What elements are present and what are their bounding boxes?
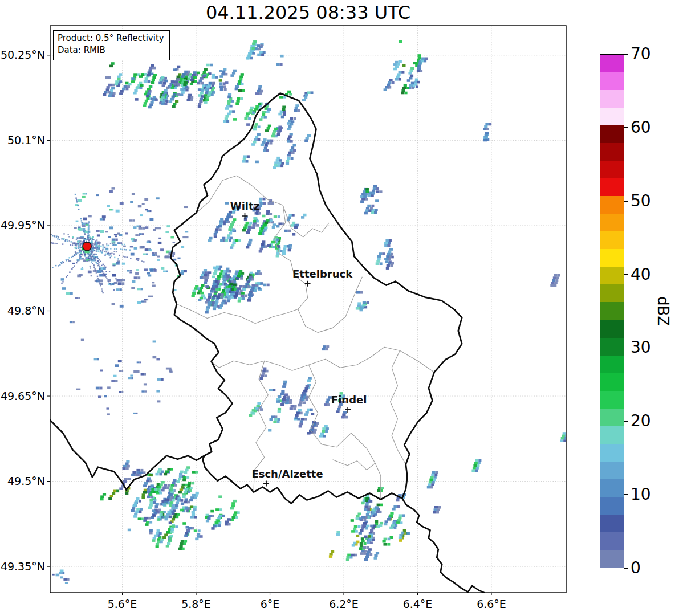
canton-boundary bbox=[333, 460, 376, 470]
colorbar-tick-mark bbox=[624, 568, 628, 569]
x-tick-label: 5.6°E bbox=[108, 598, 137, 610]
colorbar-segment bbox=[600, 550, 624, 568]
y-tick-label: 49.35°N bbox=[1, 560, 45, 573]
colorbar-tick-mark bbox=[624, 127, 628, 128]
colorbar-segment bbox=[600, 356, 624, 373]
colorbar-segment bbox=[600, 444, 624, 462]
colorbar-segment bbox=[600, 497, 624, 515]
colorbar-tick-mark bbox=[624, 494, 628, 495]
colorbar-tick-mark bbox=[624, 201, 628, 202]
radar-figure: 04.11.2025 08:33 UTC 5.6°E5.8°E6°E6.2°E6… bbox=[0, 0, 675, 616]
colorbar-tick-label: 10 bbox=[631, 485, 651, 504]
colorbar-tick-label: 50 bbox=[631, 191, 651, 211]
canton-boundary bbox=[177, 304, 298, 324]
canton-boundary bbox=[391, 350, 406, 464]
x-tick-label: 5.8°E bbox=[181, 598, 211, 610]
colorbar-segment bbox=[600, 515, 624, 532]
city-label: Findel bbox=[331, 394, 367, 406]
colorbar-tick-label: 20 bbox=[631, 411, 651, 431]
colorbar-tick-mark bbox=[624, 274, 628, 275]
colorbar-segment bbox=[600, 267, 624, 284]
colorbar-segment bbox=[600, 532, 624, 550]
radar-site-marker bbox=[83, 242, 91, 251]
colorbar-tick-label: 0 bbox=[631, 558, 641, 578]
colorbar-segment bbox=[600, 90, 624, 108]
colorbar-segment bbox=[600, 249, 624, 267]
colorbar-tick-mark bbox=[624, 348, 628, 349]
colorbar-segment bbox=[600, 426, 624, 444]
colorbar-segment bbox=[600, 196, 624, 214]
colorbar-tick-label: 70 bbox=[631, 44, 651, 64]
colorbar-tick-mark bbox=[624, 54, 628, 55]
colorbar-segment bbox=[600, 338, 624, 356]
x-tick-label: 6.4°E bbox=[403, 598, 433, 610]
y-tick-label: 50.1°N bbox=[7, 134, 45, 146]
plot-frame bbox=[50, 26, 566, 593]
city-label: Wiltz bbox=[230, 200, 259, 212]
colorbar-segment bbox=[600, 143, 624, 161]
y-tick-label: 49.95°N bbox=[1, 219, 45, 231]
radar-echo-layer bbox=[35, 40, 569, 584]
colorbar-segment bbox=[600, 55, 624, 72]
city-marker bbox=[263, 481, 269, 487]
x-tick-label: 6.6°E bbox=[477, 598, 506, 610]
data-source-line: Data: RMIB bbox=[58, 44, 164, 56]
colorbar-segment bbox=[600, 161, 624, 178]
colorbar-segment bbox=[600, 178, 624, 196]
canton-boundary bbox=[212, 347, 434, 372]
colorbar-segment bbox=[600, 373, 624, 391]
colorbar-segment bbox=[600, 214, 624, 231]
colorbar-tick-label: 60 bbox=[631, 118, 651, 137]
y-tick-label: 49.5°N bbox=[7, 475, 45, 487]
y-tick-label: 50.25°N bbox=[1, 48, 45, 61]
colorbar-segment bbox=[600, 231, 624, 249]
colorbar-segment bbox=[600, 409, 624, 426]
radar-map: 5.6°E5.8°E6°E6.2°E6.4°E6.6°E50.25°N50.1°… bbox=[0, 0, 675, 616]
colorbar-segment bbox=[600, 125, 624, 143]
colorbar-segment bbox=[600, 108, 624, 125]
colorbar-segment bbox=[600, 302, 624, 320]
colorbar-segment bbox=[600, 72, 624, 90]
x-tick-label: 6.2°E bbox=[329, 598, 359, 610]
product-info-box: Product: 0.5° Reflectivity Data: RMIB bbox=[53, 30, 170, 60]
colorbar-tick-mark bbox=[624, 421, 628, 422]
colorbar-axis-label: dBZ bbox=[654, 296, 672, 326]
city-label: Esch/Alzette bbox=[251, 468, 323, 480]
border-france-germany bbox=[402, 499, 484, 593]
city-label: Ettelbruck bbox=[292, 268, 353, 280]
cities-layer: WiltzEttelbruckFindelEsch/Alzette bbox=[83, 200, 367, 487]
colorbar-segment bbox=[600, 391, 624, 409]
y-tick-label: 49.8°N bbox=[7, 304, 45, 317]
product-line: Product: 0.5° Reflectivity bbox=[58, 32, 164, 44]
colorbar-segment bbox=[600, 462, 624, 479]
y-tick-label: 49.65°N bbox=[1, 390, 45, 402]
x-tick-label: 6°E bbox=[261, 598, 280, 610]
colorbar bbox=[600, 54, 624, 568]
grid-layer bbox=[50, 26, 566, 593]
colorbar-tick-label: 40 bbox=[631, 265, 651, 284]
colorbar-segment bbox=[600, 320, 624, 337]
borders-layer bbox=[50, 93, 485, 593]
colorbar-segment bbox=[600, 479, 624, 497]
colorbar-segment bbox=[600, 284, 624, 302]
axis-layer: 5.6°E5.8°E6°E6.2°E6.4°E6.6°E50.25°N50.1°… bbox=[1, 48, 506, 610]
colorbar-tick-label: 30 bbox=[631, 338, 651, 357]
